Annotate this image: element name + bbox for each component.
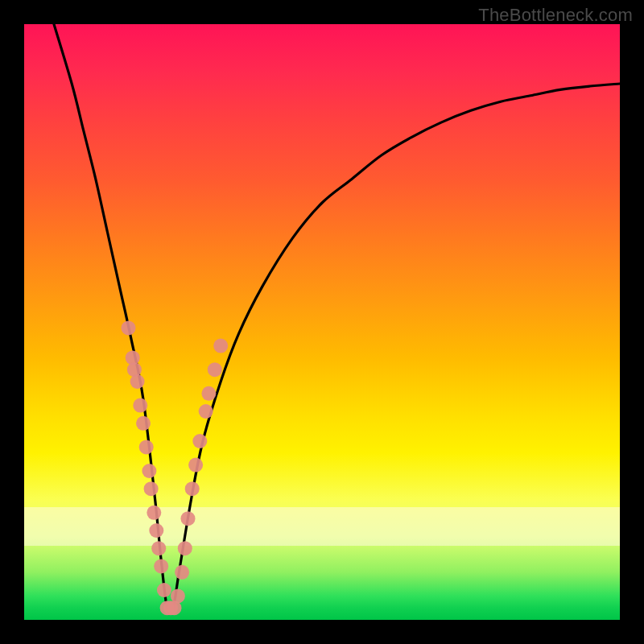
- chart-svg: [24, 24, 620, 620]
- sample-point: [181, 511, 196, 526]
- sample-point: [213, 339, 228, 353]
- sample-point: [154, 559, 168, 573]
- sample-point: [130, 374, 145, 389]
- sample-point: [201, 386, 216, 401]
- sample-point: [142, 464, 156, 478]
- watermark-text: TheBottleneck.com: [478, 5, 633, 26]
- sample-points-overlay: [122, 320, 229, 615]
- outer-frame: TheBottleneck.com: [0, 0, 644, 644]
- sample-point: [192, 434, 207, 448]
- sample-point: [178, 541, 192, 555]
- sample-point: [136, 416, 151, 431]
- sample-point: [208, 362, 222, 377]
- bottleneck-curve: [54, 24, 620, 613]
- sample-point: [151, 541, 166, 555]
- sample-point: [175, 565, 189, 580]
- sample-point: [147, 506, 161, 520]
- sample-point: [188, 458, 203, 473]
- sample-point: [122, 320, 136, 335]
- sample-point: [139, 440, 154, 454]
- sample-point: [157, 583, 171, 597]
- sample-point: [144, 481, 159, 496]
- sample-point: [185, 481, 200, 496]
- sample-point: [133, 398, 147, 413]
- sample-point: [171, 588, 185, 603]
- sample-point: [199, 404, 213, 419]
- plot-area: [24, 24, 620, 620]
- sample-point: [149, 523, 163, 538]
